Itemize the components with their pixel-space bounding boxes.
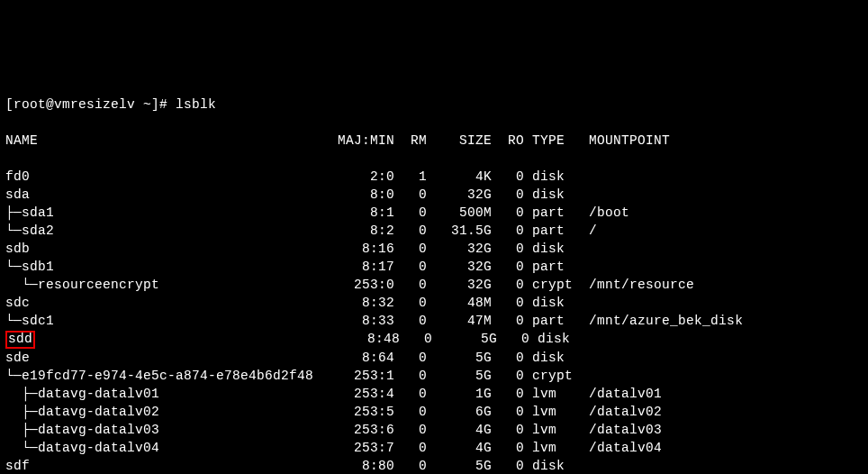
lsblk-row: sdd 8:48 0 5G 0 disk bbox=[5, 330, 868, 349]
prompt-line: [root@vmresizelv ~]# lsblk bbox=[5, 96, 868, 114]
lsblk-row: fd0 2:0 1 4K 0 disk bbox=[5, 168, 868, 186]
terminal-output: [root@vmresizelv ~]# lsblk NAME MAJ:MIN … bbox=[5, 77, 868, 474]
lsblk-row: ├─datavg-datalv01 253:4 0 1G 0 lvm /data… bbox=[5, 385, 868, 403]
lsblk-row: sde 8:64 0 5G 0 disk bbox=[5, 349, 868, 367]
lsblk-row: └─sdc1 8:33 0 47M 0 part /mnt/azure_bek_… bbox=[5, 312, 868, 330]
lsblk-row: └─sda2 8:2 0 31.5G 0 part / bbox=[5, 222, 868, 240]
lsblk-row: ├─sda1 8:1 0 500M 0 part /boot bbox=[5, 204, 868, 222]
lsblk-row: sda 8:0 0 32G 0 disk bbox=[5, 186, 868, 204]
highlighted-device: sdd bbox=[5, 331, 35, 349]
lsblk-row: └─e19fcd77-e974-4e5c-a874-e78e4b6d2f48 2… bbox=[5, 367, 868, 385]
lsblk-row: └─resourceencrypt 253:0 0 32G 0 crypt /m… bbox=[5, 276, 868, 294]
lsblk-rows: fd0 2:0 1 4K 0 disk sda 8:0 0 32G 0 disk… bbox=[5, 168, 868, 474]
lsblk-row: sdc 8:32 0 48M 0 disk bbox=[5, 294, 868, 312]
lsblk-row: └─datavg-datalv04 253:7 0 4G 0 lvm /data… bbox=[5, 439, 868, 457]
lsblk-row: ├─datavg-datalv03 253:6 0 4G 0 lvm /data… bbox=[5, 421, 868, 439]
lsblk-row: └─sdb1 8:17 0 32G 0 part bbox=[5, 258, 868, 276]
lsblk-row: ├─datavg-datalv02 253:5 0 6G 0 lvm /data… bbox=[5, 403, 868, 421]
lsblk-header: NAME MAJ:MIN RM SIZE RO TYPE MOUNTPOINT bbox=[5, 132, 868, 150]
lsblk-row: sdf 8:80 0 5G 0 disk bbox=[5, 457, 868, 474]
lsblk-row: sdb 8:16 0 32G 0 disk bbox=[5, 240, 868, 258]
